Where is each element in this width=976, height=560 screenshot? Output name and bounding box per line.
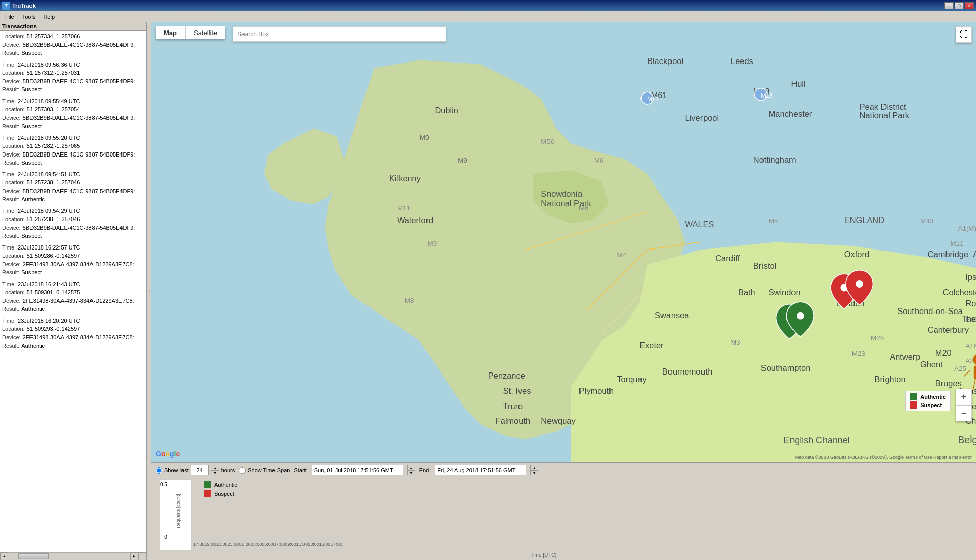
end-input[interactable] bbox=[435, 465, 526, 475]
svg-text:ENGLAND: ENGLAND bbox=[844, 215, 884, 225]
svg-text:M9: M9 bbox=[428, 240, 437, 247]
scroll-left-arrow[interactable]: ◄ bbox=[0, 552, 8, 561]
end-down[interactable]: ▼ bbox=[530, 470, 538, 475]
time-label: Time: bbox=[2, 317, 16, 325]
device-value: 5BD32B9B-DAEE-4C1C-9887-54B05E4DF9: bbox=[23, 77, 135, 86]
location-label: Location: bbox=[2, 32, 25, 41]
transactions-header: Transactions bbox=[0, 22, 146, 31]
result-label: Result: bbox=[2, 341, 19, 350]
x-labels: 17:0019:0021:0023:0001:0003:0005:0007:00… bbox=[191, 539, 195, 549]
result-value: Authentic bbox=[21, 341, 45, 350]
window-controls[interactable]: ─ □ ✕ bbox=[944, 2, 974, 9]
svg-text:Plymouth: Plymouth bbox=[579, 386, 614, 395]
x-label: 15:00 bbox=[319, 542, 331, 547]
maximize-button[interactable]: □ bbox=[955, 2, 964, 9]
result-label: Result: bbox=[2, 122, 19, 131]
map-zoom-controls: + − bbox=[956, 389, 972, 421]
close-button[interactable]: ✕ bbox=[965, 2, 974, 9]
device-value: 5BD32B9B-DAEE-4C1C-9887-54B05E4DF9: bbox=[23, 150, 135, 159]
x-label: 19:00 bbox=[205, 542, 217, 547]
legend-suspect-label: Suspect bbox=[214, 491, 234, 497]
scroll-right-arrow[interactable]: ► bbox=[130, 552, 138, 561]
result-value: Suspect bbox=[21, 49, 42, 57]
search-input[interactable] bbox=[233, 26, 446, 42]
svg-text:Swansea: Swansea bbox=[655, 310, 689, 320]
list-item: Location: 51.257334,-1.257066Device: 5BD… bbox=[2, 32, 144, 57]
list-item: Time: 24Jul2018 09:54:29 UTCLocation: 51… bbox=[2, 207, 144, 240]
resize-handle[interactable]: ⋮ bbox=[147, 22, 151, 560]
svg-text:M9: M9 bbox=[420, 134, 430, 141]
svg-text:Torquay: Torquay bbox=[617, 375, 647, 384]
end-up[interactable]: ▲ bbox=[530, 465, 538, 470]
menu-tools[interactable]: Tools bbox=[18, 13, 40, 21]
svg-text:Brighton: Brighton bbox=[874, 375, 905, 384]
y-axis-label: Requests [count] bbox=[176, 494, 181, 528]
zoom-in-button[interactable]: + bbox=[956, 389, 972, 405]
map-overlay-label: Authentic Suspect bbox=[905, 391, 951, 411]
minimize-button[interactable]: ─ bbox=[944, 2, 954, 9]
svg-text:Hull: Hull bbox=[791, 79, 805, 88]
svg-text:Newquay: Newquay bbox=[541, 416, 576, 425]
svg-text:M6: M6 bbox=[579, 204, 589, 212]
x-label: 07:00 bbox=[273, 542, 285, 547]
svg-text:Bath: Bath bbox=[738, 288, 755, 297]
scroll-track-horizontal[interactable] bbox=[8, 552, 130, 561]
transactions-list[interactable]: Location: 51.257334,-1.257066Device: 5BD… bbox=[0, 31, 146, 552]
show-timespan-radio[interactable] bbox=[239, 467, 246, 474]
resize-dots: ⋮ bbox=[147, 289, 151, 294]
result-value: Suspect bbox=[21, 159, 42, 167]
menu-file[interactable]: File bbox=[1, 13, 18, 21]
fullscreen-icon: ⛶ bbox=[960, 30, 968, 39]
svg-text:Blackpool: Blackpool bbox=[647, 56, 683, 66]
svg-text:Liverpool: Liverpool bbox=[685, 113, 719, 122]
map-search bbox=[233, 26, 446, 42]
svg-text:M6: M6 bbox=[594, 157, 604, 164]
time-value: 24Jul2018 09:54:29 UTC bbox=[18, 207, 80, 215]
svg-text:M3: M3 bbox=[730, 338, 740, 346]
result-value: Suspect bbox=[21, 122, 42, 131]
start-up[interactable]: ▲ bbox=[407, 465, 415, 470]
svg-text:Ipswich: Ipswich bbox=[965, 272, 976, 282]
hours-down[interactable]: ▼ bbox=[211, 470, 219, 475]
location-value: 51.509301,-0.142575 bbox=[27, 288, 80, 297]
scroll-thumb-horizontal[interactable] bbox=[18, 553, 49, 559]
x-label: 03:00 bbox=[251, 542, 262, 547]
menu-help[interactable]: Help bbox=[39, 13, 59, 21]
svg-text:M11: M11 bbox=[397, 204, 410, 212]
show-last-radio[interactable] bbox=[156, 467, 162, 474]
start-down[interactable]: ▼ bbox=[407, 470, 415, 475]
start-input[interactable] bbox=[312, 465, 403, 475]
fullscreen-button[interactable]: ⛶ bbox=[956, 26, 972, 43]
hours-input[interactable] bbox=[191, 465, 209, 475]
result-value: Authentic bbox=[21, 305, 45, 314]
zoom-out-button[interactable]: − bbox=[956, 405, 972, 421]
menu-bar: File Tools Help bbox=[0, 11, 976, 22]
time-value: 23Jul2018 16:22:57 UTC bbox=[18, 243, 80, 252]
left-panel: Transactions Location: 51.257334,-1.2570… bbox=[0, 22, 147, 560]
show-last-group: Show last ▲ ▼ hours bbox=[156, 465, 235, 475]
tab-satellite[interactable]: Satellite bbox=[186, 26, 225, 39]
time-value: 24Jul2018 09:54:51 UTC bbox=[18, 170, 80, 179]
result-label: Result: bbox=[2, 159, 19, 167]
tab-map[interactable]: Map bbox=[156, 26, 185, 39]
svg-text:A16: A16 bbox=[965, 342, 976, 350]
svg-text:Alkmaar: Alkmaar bbox=[973, 250, 976, 259]
hours-up[interactable]: ▲ bbox=[211, 465, 219, 470]
svg-text:St. Ives: St. Ives bbox=[503, 386, 531, 395]
location-label: Location: bbox=[2, 178, 25, 187]
show-timespan-group: Show Time Span bbox=[239, 467, 290, 474]
svg-text:Bruges: Bruges bbox=[935, 379, 962, 388]
svg-text:M20: M20 bbox=[935, 348, 952, 357]
svg-text:Antwerp: Antwerp bbox=[890, 352, 920, 361]
svg-text:Oxford: Oxford bbox=[844, 250, 869, 259]
hours-spinner: ▲ ▼ bbox=[211, 465, 219, 475]
svg-text:WALES: WALES bbox=[685, 220, 714, 229]
device-label: Device: bbox=[2, 297, 21, 305]
device-value: 2FE31498-30AA-4397-834A-D1229A3E7C8: bbox=[23, 297, 134, 305]
svg-text:Southampton: Southampton bbox=[761, 363, 811, 372]
list-item: Time: 24Jul2018 09:55:20 UTCLocation: 51… bbox=[2, 134, 144, 167]
location-label: Location: bbox=[2, 69, 25, 77]
location-label: Location: bbox=[2, 215, 25, 224]
map-container: Blackpool Leeds Hull M61 M18 Dublin Live… bbox=[151, 22, 976, 462]
svg-text:English Channel: English Channel bbox=[784, 435, 850, 445]
